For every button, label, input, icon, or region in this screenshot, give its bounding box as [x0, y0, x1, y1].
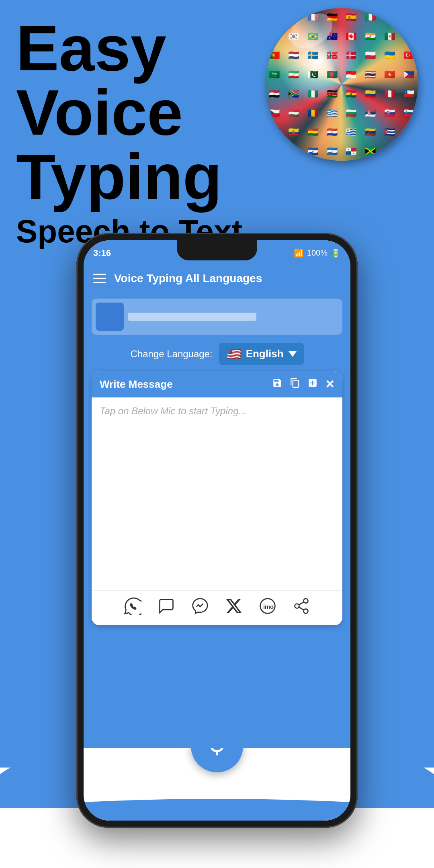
globe-container: 🇺🇸🇬🇧🇫🇷🇩🇪🇪🇸🇮🇹🇷🇺🇨🇳🇯🇵🇰🇷🇧🇷🇦🇺🇨🇦🇮🇳🇲🇽🇦🇷🇵🇹🇳🇱🇸🇪🇳🇴… — [265, 8, 418, 161]
flag-cell: 🇧🇬 — [342, 104, 360, 123]
twitter-icon[interactable] — [225, 597, 243, 619]
top-card-bar — [128, 313, 256, 321]
flag-cell: 🇪🇨 — [285, 123, 303, 142]
flag-cell: 🇺🇸 — [399, 142, 418, 161]
flag-cell: 🇧🇩 — [323, 66, 341, 84]
flag-cell: 🇳🇮 — [323, 142, 341, 161]
flag-cell: 🇸🇦 — [265, 66, 284, 84]
message-icon[interactable] — [158, 597, 175, 619]
signal-icon: 📶 — [294, 248, 304, 258]
toolbar-title: Voice Typing All Languages — [114, 272, 341, 285]
top-card-icon — [96, 303, 124, 331]
language-selector-row: Change Language: 🇺🇸 English — [84, 343, 350, 365]
message-box: Write Message — [92, 371, 342, 625]
history-icon[interactable] — [318, 772, 338, 797]
svg-point-4 — [304, 609, 308, 613]
flag-cell: 🇨🇺 — [381, 123, 399, 142]
share-label[interactable]: share — [96, 778, 122, 791]
app-toolbar: Voice Typing All Languages — [84, 262, 350, 295]
flag-cell: 🇯🇲 — [361, 142, 380, 161]
flag-cell: 🇸🇰 — [381, 104, 399, 123]
flag-cell: 🇩🇴 — [399, 123, 418, 142]
phone-frame: 3:16 📶 100% 🔋 Voice Typing All Languages — [76, 233, 358, 828]
flag-cell: 🇷🇴 — [304, 104, 322, 123]
whatsapp-icon[interactable] — [124, 597, 141, 619]
flag-cell: 🇸🇮 — [399, 104, 418, 123]
close-icon[interactable]: ✕ — [325, 378, 334, 391]
top-card — [92, 299, 342, 335]
flag-cell: 🇭🇺 — [285, 104, 303, 123]
flag-cell: 🇧🇷 — [304, 27, 322, 46]
language-dropdown[interactable]: 🇺🇸 English — [219, 343, 304, 365]
flag-cell: 🇸🇻 — [304, 142, 322, 161]
flag-cell: 🇨🇿 — [265, 104, 284, 123]
mic-icon — [205, 748, 229, 758]
flag-cell: 🇳🇬 — [304, 85, 322, 103]
flag-cell: 🇳🇱 — [285, 47, 303, 65]
svg-text:imo: imo — [263, 604, 274, 610]
flag-cell: 🇪🇬 — [265, 85, 284, 103]
imo-icon[interactable]: imo — [259, 597, 276, 619]
message-input-area[interactable]: Tap on Below Mic to start Typing... — [92, 397, 342, 590]
bottom-bar: share — [84, 748, 350, 821]
phone-notch — [177, 240, 257, 260]
globe: 🇺🇸🇬🇧🇫🇷🇩🇪🇪🇸🇮🇹🇷🇺🇨🇳🇯🇵🇰🇷🇧🇷🇦🇺🇨🇦🇮🇳🇲🇽🇦🇷🇵🇹🇳🇱🇸🇪🇳🇴… — [265, 8, 418, 161]
flag-cell: 🇿🇦 — [285, 85, 303, 103]
flag-cell: 🇭🇳 — [285, 142, 303, 161]
flag-cell: 🇺🇸 — [265, 8, 284, 27]
flag-cell: 🇮🇷 — [285, 66, 303, 84]
flag-cell: 🇪🇸 — [342, 8, 360, 27]
flag-cell: 🇺🇾 — [342, 123, 360, 142]
flag-cell: 🇩🇰 — [342, 47, 360, 65]
message-actions: ✕ — [272, 378, 334, 391]
flag-cell: 🇸🇪 — [304, 47, 322, 65]
flag-cell: 🇨🇴 — [361, 85, 380, 103]
flag-cell: 🇬🇷 — [323, 104, 341, 123]
flag-cell: 🇰🇪 — [323, 85, 341, 103]
duplicate-icon[interactable] — [307, 378, 318, 391]
flag-cell: 🇦🇺 — [323, 27, 341, 46]
status-icons: 📶 100% 🔋 — [294, 248, 341, 258]
flag-cell: 🇨🇱 — [399, 85, 418, 103]
copy-icon[interactable] — [290, 378, 300, 391]
save-icon[interactable] — [272, 378, 283, 391]
flag-cell: 🇬🇧 — [285, 8, 303, 27]
flag-cell: 🇵🇹 — [265, 47, 284, 65]
flag-cell: 🇵🇪 — [381, 85, 399, 103]
flag-cell: 🇮🇹 — [361, 8, 380, 27]
share-icon[interactable] — [293, 597, 310, 619]
change-language-label: Change Language: — [130, 348, 212, 360]
battery-text: 100% — [307, 248, 328, 258]
flag-cell: 🇺🇦 — [381, 47, 399, 65]
flag-cell: 🇵🇱 — [361, 47, 380, 65]
message-header: Write Message — [92, 371, 342, 397]
flag-cell: 🇹🇹 — [381, 142, 399, 161]
flag-cell: 🇲🇽 — [381, 27, 399, 46]
flag-cell: 🇰🇷 — [285, 27, 303, 46]
flag-cell: 🇬🇭 — [342, 85, 360, 103]
flag-cell: 🇹🇭 — [361, 66, 380, 84]
svg-point-3 — [295, 604, 299, 608]
language-name: English — [246, 348, 284, 360]
phone-mockup: 3:16 📶 100% 🔋 Voice Typing All Languages — [76, 233, 358, 828]
flag-cell: 🇨🇷 — [265, 123, 284, 142]
flag-cell: 🇵🇾 — [323, 123, 341, 142]
flag-cell: 🇷🇺 — [381, 8, 399, 27]
flag-cell: 🇵🇭 — [399, 66, 418, 84]
flag-cell: 🇻🇳 — [381, 66, 399, 84]
status-time: 3:16 — [93, 248, 111, 258]
battery-icon: 🔋 — [331, 248, 341, 258]
flag-cell: 🇯🇵 — [265, 27, 284, 46]
flag-cell: 🇮🇳 — [361, 27, 380, 46]
flag-cell: 🇳🇴 — [323, 47, 341, 65]
flag-cell: 🇩🇪 — [323, 8, 341, 27]
messenger-icon[interactable] — [191, 597, 209, 619]
language-flag: 🇺🇸 — [226, 347, 241, 361]
hamburger-menu[interactable] — [93, 274, 106, 283]
flag-cell: 🇵🇰 — [304, 66, 322, 84]
chevron-down-icon — [289, 351, 297, 357]
speaker-icon[interactable] — [318, 723, 344, 750]
flag-cell: 🇦🇷 — [399, 27, 418, 46]
phone-screen: 3:16 📶 100% 🔋 Voice Typing All Languages — [84, 240, 350, 821]
svg-point-2 — [304, 599, 308, 603]
